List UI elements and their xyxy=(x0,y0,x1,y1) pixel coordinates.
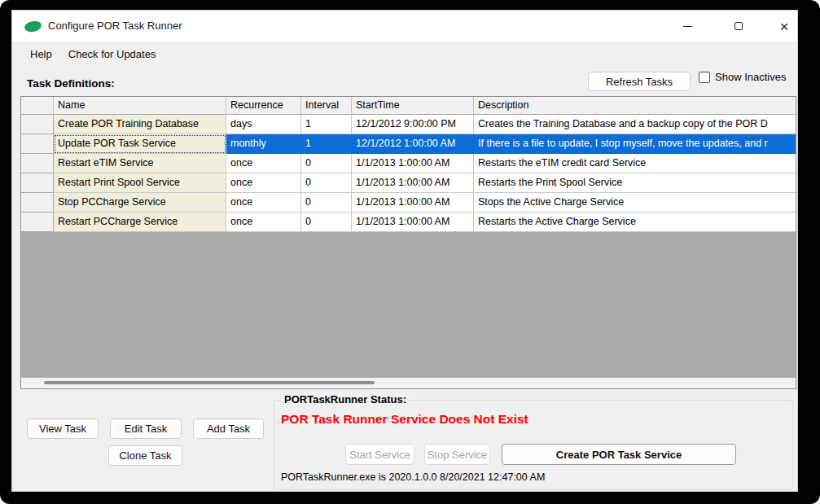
cell-interval[interactable]: 0 xyxy=(301,213,352,232)
cell-starttime[interactable]: 1/1/2013 1:00:00 AM xyxy=(352,154,474,173)
close-icon: × xyxy=(779,19,788,34)
create-por-task-service-button[interactable]: Create POR Task Service xyxy=(502,444,736,465)
horizontal-scrollbar-thumb[interactable] xyxy=(44,381,375,384)
cell-recurrence[interactable]: once xyxy=(226,154,301,173)
horizontal-scrollbar[interactable] xyxy=(21,378,796,388)
stop-service-button[interactable]: Stop Service xyxy=(424,444,490,465)
header-interval[interactable]: Interval xyxy=(301,97,352,115)
row-selector[interactable] xyxy=(21,134,54,154)
table-row[interactable]: Restart eTIM Serviceonce01/1/2013 1:00:0… xyxy=(21,154,796,173)
status-groupbox-title: PORTaskRunner Status: xyxy=(281,393,410,405)
cell-name[interactable]: Restart eTIM Service xyxy=(54,154,226,173)
app-icon xyxy=(24,20,42,33)
cell-description[interactable]: If there is a file to update, I stop mys… xyxy=(474,134,796,154)
cell-description[interactable]: Restarts the eTIM credit card Service xyxy=(474,154,796,173)
show-inactives-label: Show Inactives xyxy=(715,71,786,83)
cell-starttime[interactable]: 12/1/2012 9:00:00 PM xyxy=(352,115,474,134)
row-selector[interactable] xyxy=(21,213,54,232)
minimize-icon xyxy=(683,26,692,27)
row-selector[interactable] xyxy=(21,173,54,193)
cell-starttime[interactable]: 1/1/2013 1:00:00 AM xyxy=(352,213,474,232)
cell-recurrence[interactable]: monthly xyxy=(226,134,301,154)
add-task-button[interactable]: Add Task xyxy=(193,419,264,439)
menu-item-help[interactable]: Help xyxy=(22,45,60,64)
service-status-message: POR Task Runner Service Does Not Exist xyxy=(281,412,528,427)
cell-description[interactable]: Creates the Training Database and a back… xyxy=(474,115,796,134)
cell-description[interactable]: Restarts the Active Charge Service xyxy=(474,213,796,232)
cell-interval[interactable]: 0 xyxy=(301,193,352,213)
header-description[interactable]: Description xyxy=(474,97,796,115)
header-row-selector xyxy=(21,97,54,115)
cell-name[interactable]: Stop PCCharge Service xyxy=(54,193,226,213)
cell-starttime[interactable]: 1/1/2013 1:00:00 AM xyxy=(352,173,474,193)
header-recurrence[interactable]: Recurrence xyxy=(226,97,301,115)
cell-name[interactable]: Restart PCCharge Service xyxy=(54,213,226,232)
show-inactives-checkbox[interactable] xyxy=(699,72,710,83)
cell-description[interactable]: Restarts the Print Spool Service xyxy=(474,173,796,193)
title-bar[interactable]: Configure POR Task Runner × xyxy=(12,11,797,42)
table-row[interactable]: Restart Print Spool Serviceonce01/1/2013… xyxy=(21,173,796,193)
cell-interval[interactable]: 0 xyxy=(301,173,352,193)
row-selector[interactable] xyxy=(21,115,54,134)
menu-item-check-for-updates[interactable]: Check for Updates xyxy=(60,45,164,64)
cell-interval[interactable]: 1 xyxy=(301,115,352,134)
cell-recurrence[interactable]: days xyxy=(226,115,301,134)
cell-starttime[interactable]: 12/1/2012 1:00:00 AM xyxy=(352,134,474,154)
cell-recurrence[interactable]: once xyxy=(226,173,301,193)
maximize-icon xyxy=(734,22,743,30)
app-window: Configure POR Task Runner × Help Check f… xyxy=(11,10,798,492)
window-title: Configure POR Task Runner xyxy=(48,20,182,32)
maximize-button[interactable] xyxy=(720,11,757,42)
close-button[interactable]: × xyxy=(765,11,803,42)
table-row[interactable]: Create POR Training Databasedays112/1/20… xyxy=(21,115,796,134)
cell-description[interactable]: Stops the Active Charge Service xyxy=(474,193,796,213)
header-name[interactable]: Name xyxy=(54,97,226,115)
table-row[interactable]: Restart PCCharge Serviceonce01/1/2013 1:… xyxy=(21,213,796,232)
cell-interval[interactable]: 1 xyxy=(301,134,352,154)
minimize-button[interactable] xyxy=(669,11,706,42)
refresh-tasks-button[interactable]: Refresh Tasks xyxy=(588,72,691,91)
task-definitions-table[interactable]: Name Recurrence Interval StartTime Descr… xyxy=(20,96,796,389)
cell-recurrence[interactable]: once xyxy=(226,213,301,232)
table-row[interactable]: Stop PCCharge Serviceonce01/1/2013 1:00:… xyxy=(21,193,796,213)
start-service-button[interactable]: Start Service xyxy=(345,444,414,465)
cell-interval[interactable]: 0 xyxy=(301,154,352,173)
row-selector[interactable] xyxy=(21,193,54,213)
cell-name[interactable]: Restart Print Spool Service xyxy=(54,173,226,193)
clone-task-button[interactable]: Clone Task xyxy=(108,445,182,466)
cell-starttime[interactable]: 1/1/2013 1:00:00 AM xyxy=(352,193,474,213)
view-task-button[interactable]: View Task xyxy=(27,419,99,439)
table-row[interactable]: Update POR Task Servicemonthly112/1/2012… xyxy=(21,134,796,154)
cell-name[interactable]: Update POR Task Service xyxy=(54,134,226,154)
show-inactives-checkbox-group[interactable]: Show Inactives xyxy=(699,71,786,83)
task-definitions-label: Task Definitions: xyxy=(27,77,115,90)
menu-bar: Help Check for Updates xyxy=(12,42,797,66)
header-starttime[interactable]: StartTime xyxy=(352,97,474,115)
version-text: PORTaskRunner.exe is 2020.1.0.0 8/20/202… xyxy=(281,471,545,483)
screen-frame: Configure POR Task Runner × Help Check f… xyxy=(0,0,820,504)
task-table-body: Create POR Training Databasedays112/1/20… xyxy=(21,115,796,232)
cell-name[interactable]: Create POR Training Database xyxy=(54,115,226,134)
cell-recurrence[interactable]: once xyxy=(226,193,301,213)
table-header-row: Name Recurrence Interval StartTime Descr… xyxy=(21,97,796,115)
edit-task-button[interactable]: Edit Task xyxy=(110,419,182,439)
row-selector[interactable] xyxy=(21,154,54,173)
status-groupbox: PORTaskRunner Status: POR Task Runner Se… xyxy=(274,400,793,490)
